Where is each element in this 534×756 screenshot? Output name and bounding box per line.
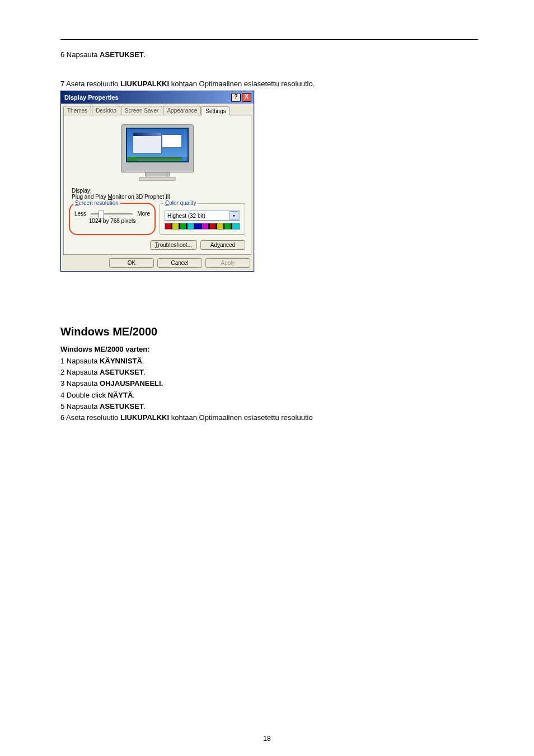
text: . [144, 368, 146, 376]
resolution-value: 1024 by 768 pixels [74, 218, 150, 224]
titlebar: Display Properties ? X [61, 91, 254, 104]
instruction-line-7: 7 Aseta resoluutio LIUKUPALKKI kohtaan O… [60, 79, 478, 89]
monitor-preview [69, 124, 245, 181]
bold-text: ASETUKSET [100, 50, 144, 59]
color-spectrum-icon [165, 223, 240, 230]
text: 6 Napsauta [60, 50, 100, 59]
step-line: 6 Aseta resoluutio LIUKUPALKKI kohtaan O… [60, 412, 478, 423]
dialog-buttons: OK Cancel Apply [64, 258, 250, 268]
troubleshoot-button[interactable]: Troubleshoot... [150, 240, 197, 250]
step-line: 4 Double click NÄYTÄ. [60, 390, 478, 401]
resolution-slider[interactable] [91, 213, 133, 214]
underline-letter: S [75, 200, 79, 206]
text: kohtaan Optimaalinen esiasetettu resoluu… [169, 80, 315, 88]
bold-text: ASETUKSET [100, 402, 144, 410]
text: 6 Aseta resoluutio [60, 413, 120, 422]
section-subheading: Windows ME/2000 varten: [60, 345, 478, 353]
monitor-icon [121, 124, 194, 181]
tab-settings[interactable]: Settings [202, 106, 229, 115]
bold-text: KÄYNNISTÄ [100, 357, 142, 365]
color-quality-select[interactable]: Highest (32 bit) ▾ [165, 211, 240, 221]
select-value: Highest (32 bit) [167, 213, 205, 219]
bold-text: ASETUKSET [100, 368, 144, 376]
text: kohtaan Optimaalinen esiasetettu resoluu… [169, 413, 313, 422]
text: . [133, 391, 135, 399]
step-line: 5 Napsauta ASETUKSET. [60, 401, 478, 412]
page-number: 18 [0, 735, 534, 743]
text: Plug and Play Monitor on 3D Prophet III [72, 194, 170, 200]
bold-text: LIUKUPALKKI [120, 80, 169, 88]
section-heading: Windows ME/2000 [60, 325, 478, 338]
group-title-color: Color quality [163, 200, 198, 206]
step-line: 3 Napsauta OHJAUSPANEELI. [60, 378, 478, 389]
step-line: 1 Napsauta KÄYNNISTÄ. [60, 356, 478, 367]
top-divider [60, 39, 478, 40]
tab-themes[interactable]: Themes [63, 106, 91, 115]
color-quality-group: Color quality Highest (32 bit) ▾ [160, 203, 245, 235]
instruction-line-6: 6 Napsauta ASETUKSET. [60, 50, 478, 60]
text: 2 Napsauta [60, 368, 100, 376]
slider-more-label: More [137, 211, 150, 217]
text: olor quality [169, 200, 196, 206]
tab-desktop[interactable]: Desktop [92, 106, 120, 115]
spacer [60, 272, 478, 288]
text: anced [220, 242, 235, 248]
spacer [60, 288, 478, 305]
text: Ad [210, 242, 217, 248]
text: 1 Napsauta [60, 357, 100, 365]
screen-resolution-group: Screen resolution Less More 1024 by 768 … [69, 203, 155, 235]
display-value: Plug and Play Monitor on 3D Prophet III [72, 194, 245, 200]
text: 4 Double click [60, 391, 108, 399]
window-title: Display Properties [64, 94, 119, 101]
text: creen resolution [79, 200, 119, 206]
apply-button[interactable]: Apply [205, 258, 250, 268]
text: . [142, 357, 144, 365]
slider-less-label: Less [74, 211, 86, 217]
document-page: 6 Napsauta ASETUKSET. 7 Aseta resoluutio… [0, 0, 534, 756]
tabs-row: Themes Desktop Screen Saver Appearance S… [61, 104, 254, 115]
group-title-resolution: Screen resolution [73, 200, 120, 206]
resolution-slider-row: Less More [74, 211, 150, 217]
bold-text: OHJAUSPANEELI. [100, 379, 163, 388]
slider-thumb-icon[interactable] [99, 211, 104, 218]
text: 7 Aseta resoluutio [60, 80, 120, 88]
tab-buttons: Troubleshoot... Advanced [69, 240, 245, 250]
text: roubleshoot... [158, 242, 192, 248]
tab-body: Display: Plug and Play Monitor on 3D Pro… [63, 115, 251, 255]
close-button[interactable]: X [242, 93, 251, 102]
ok-button[interactable]: OK [109, 258, 154, 268]
text: 3 Napsauta [60, 379, 100, 388]
bold-text: LIUKUPALKKI [120, 413, 169, 422]
text: 5 Napsauta [60, 402, 100, 410]
advanced-button[interactable]: Advanced [200, 240, 245, 250]
display-properties-dialog: Display Properties ? X Themes Desktop Sc… [60, 91, 254, 272]
help-button[interactable]: ? [231, 93, 241, 102]
tab-appearance[interactable]: Appearance [163, 106, 201, 115]
bold-text: NÄYTÄ [108, 391, 133, 399]
tab-screen-saver[interactable]: Screen Saver [121, 106, 163, 115]
chevron-down-icon[interactable]: ▾ [229, 211, 238, 220]
spacer [60, 62, 478, 78]
step-line: 2 Napsauta ASETUKSET. [60, 367, 478, 378]
settings-groups: Screen resolution Less More 1024 by 768 … [69, 203, 245, 235]
cancel-button[interactable]: Cancel [157, 258, 202, 268]
titlebar-buttons: ? X [231, 93, 251, 102]
display-label: Display: [72, 188, 245, 194]
text: . [144, 50, 146, 59]
text: . [144, 402, 146, 410]
